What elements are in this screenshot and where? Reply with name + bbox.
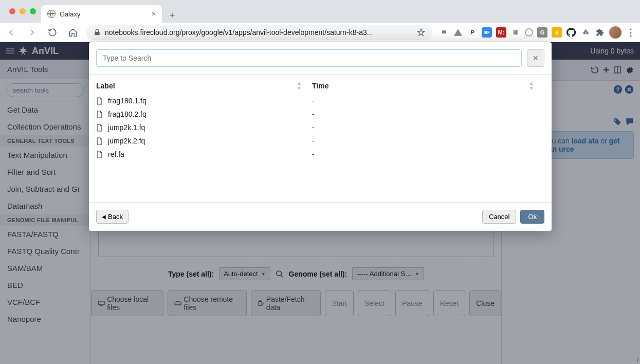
modal-search-input[interactable] — [96, 49, 522, 67]
browser-toolbar: notebooks.firecloud.org/proxy/google/v1/… — [0, 23, 640, 42]
file-time: - — [312, 123, 544, 132]
file-name: frag180.1.fq — [108, 97, 147, 105]
file-time: - — [312, 137, 544, 145]
ext-icon[interactable] — [595, 27, 605, 38]
star-icon[interactable] — [417, 28, 425, 37]
close-tab-icon[interactable]: × — [152, 10, 156, 18]
file-row[interactable]: frag180.2.fq- — [96, 107, 544, 121]
address-bar[interactable]: notebooks.firecloud.org/proxy/google/v1/… — [86, 25, 432, 40]
close-window-icon[interactable] — [9, 8, 15, 14]
new-tab-button[interactable]: + — [165, 8, 179, 23]
menu-icon[interactable]: ⋮ — [626, 27, 636, 38]
modal-footer: ◀Back Cancel Ok — [89, 202, 552, 231]
extension-icons: ✻ P M: ▣ G a ⁂ ⋮ — [438, 26, 636, 39]
back-icon[interactable] — [4, 25, 19, 40]
ok-button[interactable]: Ok — [520, 210, 544, 224]
ext-icon[interactable]: G — [537, 27, 547, 38]
file-name: jump2k.1.fq — [108, 123, 145, 132]
file-browser-modal: ✕ Label▲▼ Time▲▼ frag180.1.fq-frag180.2.… — [89, 42, 552, 231]
table-header: Label▲▼ Time▲▼ — [96, 78, 544, 94]
ext-icon[interactable] — [482, 27, 492, 38]
ext-icon[interactable] — [525, 28, 533, 37]
ext-icon[interactable]: ⁂ — [580, 27, 591, 38]
file-row[interactable]: jump2k.1.fq- — [96, 121, 544, 134]
file-name: jump2k.2.fq — [108, 137, 145, 145]
file-time: - — [312, 97, 544, 105]
file-name: frag180.2.fq — [108, 110, 147, 118]
svg-rect-0 — [485, 31, 488, 34]
sort-icon[interactable]: ▲▼ — [297, 81, 312, 91]
forward-icon[interactable] — [25, 25, 39, 40]
sort-icon[interactable]: ▲▼ — [529, 81, 544, 91]
ext-icon[interactable] — [566, 27, 576, 38]
ext-icon[interactable]: P — [467, 27, 478, 38]
file-time: - — [312, 110, 544, 118]
home-icon[interactable] — [66, 25, 80, 40]
profile-avatar[interactable] — [609, 26, 621, 39]
url-text: notebooks.firecloud.org/proxy/google/v1/… — [105, 28, 373, 37]
file-time: - — [312, 150, 544, 158]
file-row[interactable]: ref.fa- — [96, 148, 544, 161]
lock-icon — [94, 29, 101, 36]
clear-search-button[interactable]: ✕ — [527, 49, 544, 67]
globe-icon — [47, 10, 56, 18]
col-time-header[interactable]: Time — [312, 82, 328, 90]
window-controls — [4, 4, 41, 23]
maximize-window-icon[interactable] — [30, 8, 36, 14]
col-label-header[interactable]: Label — [96, 82, 115, 90]
ext-icon[interactable] — [453, 27, 463, 38]
ext-icon[interactable]: ✻ — [438, 27, 449, 38]
browser-tab-strip: Galaxy × + — [0, 0, 640, 23]
minimize-window-icon[interactable] — [20, 8, 26, 14]
file-table: Label▲▼ Time▲▼ frag180.1.fq-frag180.2.fq… — [89, 75, 552, 202]
file-row[interactable]: jump2k.2.fq- — [96, 134, 544, 148]
ext-icon[interactable]: a — [552, 27, 562, 38]
modal-search-row: ✕ — [89, 42, 552, 75]
back-button[interactable]: ◀Back — [96, 210, 129, 224]
cancel-button[interactable]: Cancel — [482, 210, 516, 224]
ext-icon[interactable]: M: — [496, 27, 506, 38]
tab-title: Galaxy — [60, 10, 148, 18]
browser-tab[interactable]: Galaxy × — [41, 5, 162, 23]
file-row[interactable]: frag180.1.fq- — [96, 94, 544, 107]
file-name: ref.fa — [108, 150, 124, 158]
ext-icon[interactable]: ▣ — [510, 27, 521, 38]
reload-icon[interactable] — [45, 25, 60, 40]
